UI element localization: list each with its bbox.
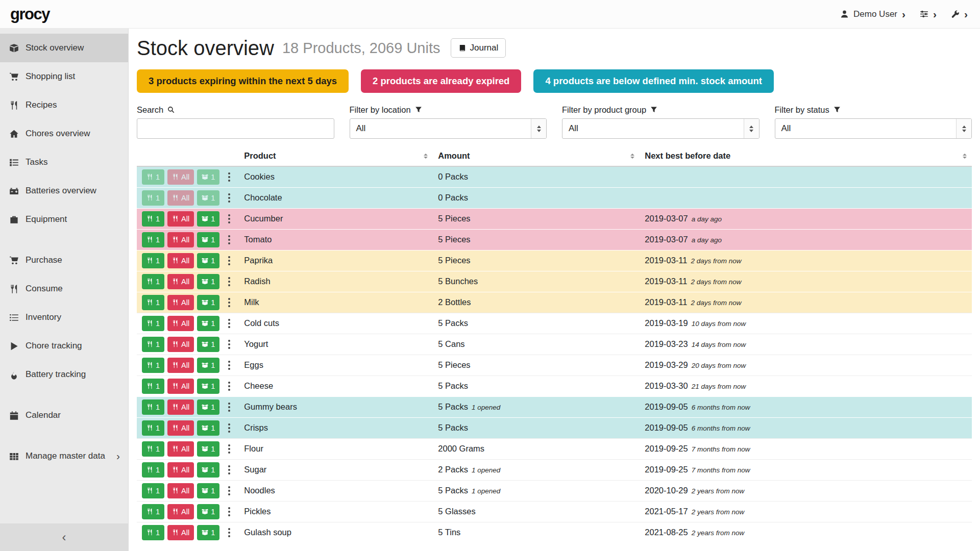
- row-menu-button[interactable]: [225, 420, 234, 436]
- row-menu-button[interactable]: [225, 316, 234, 331]
- open-one-button[interactable]: 1: [197, 253, 219, 268]
- consume-one-button[interactable]: 1: [142, 379, 164, 394]
- open-one-button[interactable]: 1: [197, 504, 219, 519]
- open-one-button[interactable]: 1: [197, 295, 219, 310]
- consume-one-button[interactable]: 1: [142, 253, 164, 268]
- consume-one-button[interactable]: 1: [142, 337, 164, 352]
- consume-one-button[interactable]: 1: [142, 295, 164, 310]
- sidebar-item-shopping-list[interactable]: Shopping list: [0, 62, 128, 91]
- row-menu-button[interactable]: [225, 190, 234, 206]
- consume-all-button[interactable]: All: [167, 211, 194, 227]
- location-filter-select[interactable]: All: [350, 118, 547, 139]
- open-one-button[interactable]: 1: [197, 337, 219, 352]
- row-menu-button[interactable]: [225, 399, 234, 415]
- row-menu-button[interactable]: [225, 211, 234, 227]
- sidebar-collapse-button[interactable]: ‹: [0, 523, 128, 551]
- consume-all-button[interactable]: All: [167, 232, 194, 247]
- sidebar-item-battery-tracking[interactable]: Battery tracking: [0, 360, 128, 389]
- consume-one-button[interactable]: 1: [142, 483, 164, 498]
- row-menu-button[interactable]: [225, 504, 234, 519]
- row-menu-button[interactable]: [225, 232, 234, 247]
- sidebar-item-chores-overview[interactable]: Chores overview: [0, 119, 128, 148]
- row-menu-button[interactable]: [225, 358, 234, 373]
- row-menu-button[interactable]: [225, 274, 234, 289]
- admin-menu[interactable]: ›: [951, 9, 968, 19]
- open-one-button[interactable]: 1: [197, 274, 219, 289]
- consume-all-button[interactable]: All: [167, 462, 194, 478]
- sidebar-item-calendar[interactable]: Calendar: [0, 401, 128, 430]
- consume-one-button[interactable]: 1: [142, 211, 164, 227]
- consume-one-button[interactable]: 1: [142, 504, 164, 519]
- sidebar-item-chore-tracking[interactable]: Chore tracking: [0, 332, 128, 360]
- consume-one-button[interactable]: 1: [142, 420, 164, 436]
- consume-one-button[interactable]: 1: [142, 462, 164, 478]
- sidebar-item-equipment[interactable]: Equipment: [0, 205, 128, 234]
- row-menu-button[interactable]: [225, 169, 234, 185]
- consume-all-button[interactable]: All: [167, 441, 194, 457]
- sidebar-item-purchase[interactable]: Purchase: [0, 246, 128, 274]
- row-menu-button[interactable]: [225, 379, 234, 394]
- sidebar-item-recipes[interactable]: Recipes: [0, 91, 128, 119]
- journal-button[interactable]: Journal: [451, 38, 506, 58]
- app-logo[interactable]: grocy: [10, 5, 50, 23]
- status-pill-expiring[interactable]: 3 products expiring within the next 5 da…: [137, 69, 349, 93]
- sidebar-item-stock-overview[interactable]: Stock overview: [0, 34, 128, 62]
- consume-one-button[interactable]: 1: [142, 316, 164, 331]
- consume-all-button[interactable]: All: [167, 379, 194, 394]
- view-settings-menu[interactable]: ›: [920, 9, 937, 19]
- consume-all-button[interactable]: All: [167, 274, 194, 289]
- search-input[interactable]: [137, 118, 334, 139]
- consume-all-button[interactable]: All: [167, 337, 194, 352]
- row-menu-button[interactable]: [225, 337, 234, 352]
- sidebar-item-consume[interactable]: Consume: [0, 274, 128, 303]
- open-one-button[interactable]: 1: [197, 462, 219, 478]
- row-menu-button[interactable]: [225, 483, 234, 498]
- sidebar-item-manage-master-data[interactable]: Manage master data›: [0, 442, 128, 470]
- consume-one-button[interactable]: 1: [142, 232, 164, 247]
- status-pill-below-min-stock[interactable]: 4 products are below defined min. stock …: [533, 69, 774, 93]
- consume-one-button[interactable]: 1: [142, 358, 164, 373]
- button-label: All: [181, 445, 189, 453]
- open-one-button[interactable]: 1: [197, 441, 219, 457]
- consume-all-button[interactable]: All: [167, 483, 194, 498]
- open-one-button[interactable]: 1: [197, 232, 219, 247]
- open-one-button[interactable]: 1: [197, 358, 219, 373]
- consume-one-button[interactable]: 1: [142, 525, 164, 540]
- product-column-header[interactable]: Product: [239, 147, 433, 166]
- consume-one-button[interactable]: 1: [142, 441, 164, 457]
- best-before-column-header[interactable]: Next best before date: [640, 147, 972, 166]
- status-pill-expired[interactable]: 2 products are already expired: [361, 69, 521, 93]
- consume-all-button[interactable]: All: [167, 399, 194, 415]
- open-one-button[interactable]: 1: [197, 379, 219, 394]
- best-before-date: 2019-09-25: [645, 465, 688, 474]
- row-menu-button[interactable]: [225, 253, 234, 268]
- row-menu-button[interactable]: [225, 525, 234, 540]
- consume-one-button[interactable]: 1: [142, 399, 164, 415]
- open-one-button[interactable]: 1: [197, 399, 219, 415]
- consume-all-button[interactable]: All: [167, 420, 194, 436]
- row-menu-button[interactable]: [225, 441, 234, 457]
- row-menu-button[interactable]: [225, 295, 234, 310]
- consume-all-button[interactable]: All: [167, 525, 194, 540]
- consume-all-button[interactable]: All: [167, 295, 194, 310]
- consume-all-button[interactable]: All: [167, 253, 194, 268]
- consume-all-button[interactable]: All: [167, 316, 194, 331]
- status-filter-select[interactable]: All: [775, 118, 972, 139]
- open-one-button[interactable]: 1: [197, 525, 219, 540]
- button-label: 1: [156, 194, 160, 202]
- open-one-button[interactable]: 1: [197, 211, 219, 227]
- amount-column-header[interactable]: Amount: [433, 147, 640, 166]
- user-menu[interactable]: Demo User ›: [840, 9, 905, 19]
- consume-one-button[interactable]: 1: [142, 274, 164, 289]
- open-one-button[interactable]: 1: [197, 316, 219, 331]
- consume-all-button[interactable]: All: [167, 358, 194, 373]
- consume-all-button[interactable]: All: [167, 504, 194, 519]
- open-one-button[interactable]: 1: [197, 483, 219, 498]
- sidebar-item-tasks[interactable]: Tasks: [0, 148, 128, 177]
- sidebar-item-batteries-overview[interactable]: Batteries overview: [0, 177, 128, 205]
- sidebar-item-inventory[interactable]: Inventory: [0, 303, 128, 332]
- row-menu-button[interactable]: [225, 462, 234, 478]
- product-group-filter-select[interactable]: All: [562, 118, 760, 139]
- utensils-icon: [146, 424, 153, 431]
- open-one-button[interactable]: 1: [197, 420, 219, 436]
